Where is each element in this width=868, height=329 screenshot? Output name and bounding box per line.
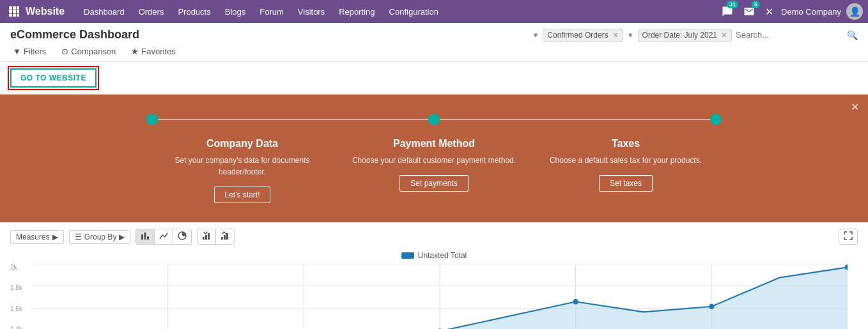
y-label-3: 1.4k bbox=[10, 326, 28, 329]
avatar[interactable]: 👤 bbox=[846, 3, 863, 20]
svg-rect-9 bbox=[141, 234, 143, 240]
favorites-label: Favorites bbox=[141, 47, 175, 56]
groupby-button[interactable]: ☰ Group By ▶ bbox=[69, 230, 131, 244]
chart-canvas: 2k 1.8k 1.6k 1.4k 1.2k bbox=[10, 264, 858, 329]
step1-button[interactable]: Let's start! bbox=[214, 187, 271, 203]
comparison-icon: ⊙ bbox=[61, 47, 68, 56]
grid-menu-icon[interactable] bbox=[5, 3, 23, 20]
banner-steps bbox=[146, 114, 722, 125]
nav-reporting[interactable]: Reporting bbox=[332, 4, 381, 19]
svg-rect-5 bbox=[17, 10, 19, 13]
expand-button[interactable] bbox=[839, 229, 858, 245]
step-dot-2 bbox=[428, 114, 440, 125]
step3-desc: Choose a default sales tax for your prod… bbox=[543, 155, 709, 166]
step-dot-3 bbox=[710, 114, 722, 125]
chart-area: Measures ▶ ☰ Group By ▶ bbox=[0, 222, 868, 329]
svg-rect-10 bbox=[144, 233, 146, 240]
banner-col-3: Taxes Choose a default sales tax for you… bbox=[530, 138, 722, 192]
measures-chevron-icon: ▶ bbox=[52, 233, 58, 241]
msg-badge[interactable]: 5 bbox=[741, 3, 757, 20]
top-nav: Website Dashboard Orders Products Blogs … bbox=[0, 0, 868, 23]
pie-chart-icon[interactable] bbox=[173, 229, 191, 244]
step3-title: Taxes bbox=[543, 138, 709, 149]
nav-dashboard[interactable]: Dashboard bbox=[77, 4, 131, 19]
filter-tag-confirmed: Confirmed Orders ✕ bbox=[543, 29, 623, 42]
banner-col-2: Payment Method Choose your default custo… bbox=[338, 138, 530, 192]
step2-button[interactable]: Set payments bbox=[399, 175, 468, 192]
nav-products[interactable]: Products bbox=[171, 4, 217, 19]
filter-bar: ▼ Confirmed Orders ✕ ▼ Order Date: July … bbox=[532, 29, 858, 42]
step-line-1 bbox=[158, 119, 428, 120]
step2-desc: Choose your default customer payment met… bbox=[351, 155, 517, 166]
bar-chart-icon[interactable] bbox=[136, 229, 155, 244]
sort-asc-icon[interactable] bbox=[198, 229, 216, 244]
filters-label: Filters bbox=[24, 47, 46, 56]
legend-label: Untaxted Total bbox=[418, 251, 467, 260]
svg-rect-11 bbox=[147, 236, 149, 240]
groupby-label: Group By bbox=[84, 233, 117, 241]
groupby-chevron-icon: ▶ bbox=[119, 233, 125, 241]
svg-rect-2 bbox=[17, 6, 19, 10]
filter-icon2: ▼ bbox=[627, 31, 634, 39]
nav-orders[interactable]: Orders bbox=[132, 4, 171, 19]
header-row1: eCommerce Dashboard ▼ Confirmed Orders ✕… bbox=[10, 28, 858, 45]
top-menu: Dashboard Orders Products Blogs Forum Vi… bbox=[77, 4, 717, 19]
goto-website-button[interactable]: GO TO WEBSITE bbox=[10, 68, 97, 88]
filter-tag-date-remove[interactable]: ✕ bbox=[721, 31, 727, 40]
step1-title: Company Data bbox=[159, 138, 325, 149]
y-label-0: 2k bbox=[10, 264, 28, 271]
nav-forum[interactable]: Forum bbox=[253, 4, 290, 19]
search-icon[interactable]: 🔍 bbox=[847, 30, 858, 40]
nav-configuration[interactable]: Configuration bbox=[383, 4, 445, 19]
legend-color-swatch bbox=[401, 252, 414, 259]
filters-action[interactable]: ▼ Filters bbox=[10, 45, 49, 57]
chart-y-labels: 2k 1.8k 1.6k 1.4k 1.2k bbox=[10, 264, 31, 329]
page-title: eCommerce Dashboard bbox=[10, 28, 139, 42]
step3-button[interactable]: Set taxes bbox=[599, 175, 653, 192]
chart-type-group bbox=[136, 229, 192, 245]
svg-rect-1 bbox=[13, 6, 16, 10]
svg-rect-3 bbox=[9, 10, 12, 13]
banner-content: Company Data Set your company's data for… bbox=[146, 138, 722, 203]
svg-point-32 bbox=[709, 303, 715, 309]
line-chart-icon[interactable] bbox=[155, 229, 173, 244]
list-icon: ☰ bbox=[75, 233, 82, 241]
chat-count: 31 bbox=[727, 1, 738, 8]
filter-funnel-icon: ▼ bbox=[13, 47, 21, 56]
comparison-action[interactable]: ⊙ Comparison bbox=[59, 45, 118, 57]
chat-badge[interactable]: 31 bbox=[719, 3, 736, 20]
svg-rect-8 bbox=[17, 14, 19, 17]
header-row2: ▼ Filters ⊙ Comparison ★ Favorites bbox=[10, 45, 858, 61]
top-right: 31 5 ✕ Demo Company 👤 bbox=[719, 3, 863, 20]
measures-button[interactable]: Measures ▶ bbox=[10, 230, 64, 244]
filter-icon: ▼ bbox=[532, 31, 539, 39]
banner-col-1: Company Data Set your company's data for… bbox=[146, 138, 338, 203]
step-dot-1 bbox=[146, 114, 158, 125]
msg-count: 5 bbox=[752, 1, 760, 8]
setup-banner: ✕ Company Data Set your company's data f… bbox=[0, 95, 868, 222]
filter-tag-date-label: Order Date: July 2021 bbox=[642, 31, 717, 40]
svg-rect-16 bbox=[221, 237, 223, 240]
page-header: eCommerce Dashboard ▼ Confirmed Orders ✕… bbox=[0, 23, 868, 62]
filter-tag-confirmed-remove[interactable]: ✕ bbox=[612, 31, 619, 40]
svg-point-31 bbox=[573, 299, 578, 305]
svg-rect-7 bbox=[13, 14, 16, 17]
filter-tag-date: Order Date: July 2021 ✕ bbox=[638, 29, 732, 42]
star-icon: ★ bbox=[131, 47, 139, 56]
nav-visitors[interactable]: Visitors bbox=[291, 4, 331, 19]
app-brand: Website bbox=[26, 6, 65, 17]
sort-desc-icon[interactable] bbox=[216, 229, 234, 244]
svg-rect-13 bbox=[203, 237, 205, 240]
chart-svg-wrap bbox=[32, 264, 848, 329]
company-name[interactable]: Demo Company bbox=[781, 7, 841, 17]
nav-blogs[interactable]: Blogs bbox=[219, 4, 252, 19]
step2-title: Payment Method bbox=[351, 138, 517, 149]
close-icon[interactable]: ✕ bbox=[763, 6, 776, 18]
goto-btn-wrap: GO TO WEBSITE bbox=[0, 62, 868, 95]
search-input[interactable] bbox=[736, 30, 843, 40]
y-label-1: 1.8k bbox=[10, 284, 28, 291]
step1-desc: Set your company's data for documents he… bbox=[159, 155, 325, 178]
banner-close-icon[interactable]: ✕ bbox=[851, 101, 859, 113]
svg-rect-6 bbox=[9, 14, 12, 17]
favorites-action[interactable]: ★ Favorites bbox=[128, 45, 178, 57]
